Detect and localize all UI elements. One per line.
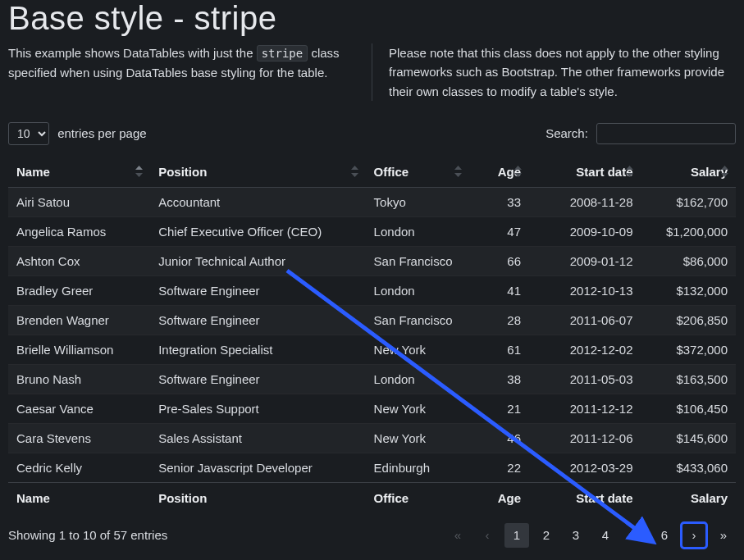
table-row: Cara Stevens Sales Assistant New York 46…: [8, 423, 736, 453]
cell-age: 46: [469, 423, 529, 453]
cell-salary: $163,500: [641, 364, 736, 394]
cell-position: Senior Javascript Developer: [150, 453, 365, 482]
entries-per-page-select[interactable]: 10: [8, 122, 49, 145]
cell-position: Pre-Sales Support: [150, 394, 365, 423]
col-header-name-label: Name: [16, 165, 50, 179]
table-row: Brenden Wagner Software Engineer San Fra…: [8, 305, 736, 335]
cell-age: 21: [469, 394, 529, 423]
table-row: Bradley Greer Software Engineer London 4…: [8, 275, 736, 305]
col-footer-salary: Salary: [641, 482, 736, 513]
length-control: 10 entries per page: [8, 122, 147, 145]
intro-text-pre: This example shows DataTables with just …: [8, 46, 257, 60]
cell-start: 2011-05-03: [529, 364, 641, 394]
cell-position: Software Engineer: [150, 305, 365, 335]
table-row: Bruno Nash Software Engineer London 38 2…: [8, 364, 736, 394]
cell-salary: $206,850: [641, 305, 736, 335]
cell-salary: $372,000: [641, 335, 736, 364]
cell-salary: $433,060: [641, 453, 736, 482]
search-label: Search:: [545, 126, 588, 140]
sort-icon: [351, 166, 359, 177]
col-header-position-label: Position: [158, 165, 207, 179]
col-footer-office: Office: [366, 482, 469, 513]
cell-age: 61: [469, 335, 529, 364]
footer-row: Name Position Office Age Start date Sala…: [8, 482, 736, 513]
cell-salary: $106,450: [641, 394, 736, 423]
cell-position: Junior Technical Author: [150, 246, 365, 275]
cell-name: Bradley Greer: [8, 275, 150, 305]
page-2-button[interactable]: 2: [534, 523, 559, 548]
cell-office: San Francisco: [366, 305, 469, 335]
cell-name: Airi Satou: [8, 187, 150, 216]
header-row: Name Position Office Age Start d: [8, 157, 736, 188]
page-first-button[interactable]: «: [445, 523, 470, 548]
col-footer-position: Position: [150, 482, 365, 513]
cell-position: Sales Assistant: [150, 423, 365, 453]
cell-salary: $162,700: [641, 187, 736, 216]
sort-icon: [721, 166, 729, 177]
cell-name: Bruno Nash: [8, 364, 150, 394]
intro-left: This example shows DataTables with just …: [8, 43, 372, 101]
col-footer-age: Age: [469, 482, 529, 513]
cell-office: San Francisco: [366, 246, 469, 275]
sort-icon: [626, 166, 634, 177]
cell-salary: $86,000: [641, 246, 736, 275]
page-last-button[interactable]: »: [711, 523, 736, 548]
cell-start: 2009-01-12: [529, 246, 641, 275]
cell-position: Software Engineer: [150, 364, 365, 394]
stripe-code-badge: stripe: [257, 45, 308, 61]
col-header-office-label: Office: [374, 165, 409, 179]
table-controls: 10 entries per page Search:: [8, 122, 736, 145]
cell-name: Cara Stevens: [8, 423, 150, 453]
cell-position: Integration Specialist: [150, 335, 365, 364]
cell-name: Brielle Williamson: [8, 335, 150, 364]
cell-office: New York: [366, 335, 469, 364]
page-next-button[interactable]: ›: [682, 523, 706, 548]
cell-start: 2011-12-12: [529, 394, 641, 423]
table-row: Angelica Ramos Chief Executive Officer (…: [8, 216, 736, 246]
table-row: Airi Satou Accountant Tokyo 33 2008-11-2…: [8, 187, 736, 216]
cell-age: 33: [469, 187, 529, 216]
sort-icon: [135, 166, 144, 177]
intro-right: Please note that this class does not app…: [372, 43, 736, 101]
cell-age: 47: [469, 216, 529, 246]
cell-age: 22: [469, 453, 529, 482]
cell-name: Ashton Cox: [8, 246, 150, 275]
table-row: Ashton Cox Junior Technical Author San F…: [8, 246, 736, 275]
page-prev-button[interactable]: ‹: [475, 523, 500, 548]
search-control: Search:: [545, 123, 736, 144]
cell-start: 2009-10-09: [529, 216, 641, 246]
col-header-start[interactable]: Start date: [529, 157, 641, 188]
page-5-button[interactable]: 5: [623, 523, 647, 548]
table-row: Caesar Vance Pre-Sales Support New York …: [8, 394, 736, 423]
col-header-start-label: Start date: [576, 165, 632, 179]
cell-age: 66: [469, 246, 529, 275]
cell-office: New York: [366, 394, 469, 423]
col-header-position[interactable]: Position: [150, 157, 365, 188]
col-header-salary[interactable]: Salary: [641, 157, 736, 188]
page-1-button[interactable]: 1: [504, 523, 529, 548]
cell-office: London: [366, 216, 469, 246]
page-4-button[interactable]: 4: [593, 523, 618, 548]
page-3-button[interactable]: 3: [564, 523, 588, 548]
cell-office: New York: [366, 423, 469, 453]
cell-name: Caesar Vance: [8, 394, 150, 423]
page-title: Base style - stripe: [8, 0, 736, 37]
cell-office: Edinburgh: [366, 453, 469, 482]
table-body: Airi Satou Accountant Tokyo 33 2008-11-2…: [8, 187, 736, 482]
cell-office: Tokyo: [366, 187, 469, 216]
table-info: Showing 1 to 10 of 57 entries: [8, 528, 167, 542]
cell-name: Cedric Kelly: [8, 453, 150, 482]
cell-age: 28: [469, 305, 529, 335]
sort-icon: [454, 166, 463, 177]
search-input[interactable]: [596, 123, 736, 144]
col-header-name[interactable]: Name: [8, 157, 150, 188]
cell-start: 2012-03-29: [529, 453, 641, 482]
page-6-button[interactable]: 6: [652, 523, 677, 548]
data-table: Name Position Office Age Start d: [8, 157, 736, 513]
col-header-age[interactable]: Age: [469, 157, 529, 188]
cell-position: Accountant: [150, 187, 365, 216]
pagination: « ‹ 1 2 3 4 5 6 › »: [445, 523, 736, 548]
cell-salary: $145,600: [641, 423, 736, 453]
col-header-office[interactable]: Office: [366, 157, 469, 188]
cell-name: Brenden Wagner: [8, 305, 150, 335]
